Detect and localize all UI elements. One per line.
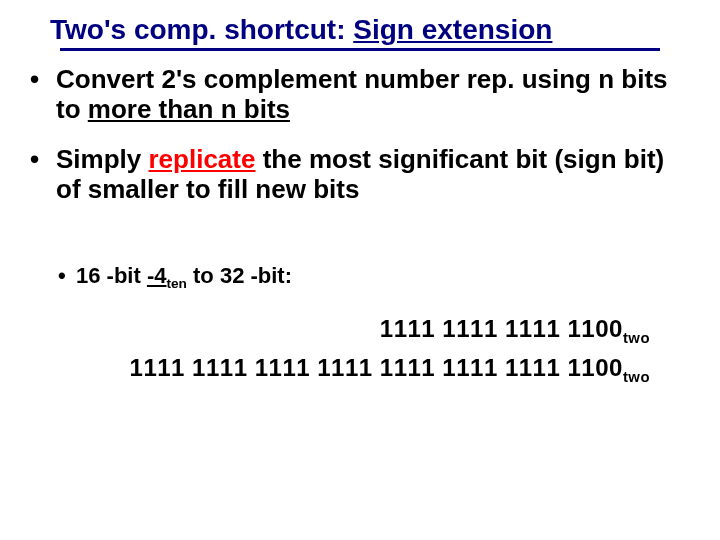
binary-block: 1111 1111 1111 1100two 1111 1111 1111 11… (30, 310, 690, 390)
bullet-text: Convert 2's complement number rep. using… (56, 65, 690, 125)
example-value-num: -4 (147, 263, 167, 288)
title-prefix: Two's comp. shortcut: (50, 14, 353, 45)
bullet-dot: • (30, 145, 56, 205)
binary-subscript: two (623, 369, 650, 385)
bullet-item: • Simply replicate the most significant … (30, 145, 690, 205)
slide-body: • Convert 2's complement number rep. usi… (0, 51, 720, 389)
bullet-underlined-red: replicate (148, 144, 255, 174)
example-section: • 16 -bit -4ten to 32 -bit: (58, 263, 690, 292)
example-label: 16 -bit -4ten to 32 -bit: (76, 263, 292, 292)
example-value: -4ten (147, 263, 187, 288)
bullet-pre: Simply (56, 144, 148, 174)
bullet-underlined: more than n bits (88, 94, 290, 124)
bullet-dot: • (58, 263, 76, 292)
binary-32bit-value: 1111 1111 1111 1111 1111 1111 1111 1100 (130, 354, 623, 381)
example-value-sub: ten (166, 276, 186, 291)
binary-32bit: 1111 1111 1111 1111 1111 1111 1111 1100t… (30, 349, 650, 389)
binary-16bit: 1111 1111 1111 1100two (30, 310, 650, 350)
example-bullet: • 16 -bit -4ten to 32 -bit: (58, 263, 690, 292)
example-label-post: to 32 -bit: (187, 263, 292, 288)
bullet-dot: • (30, 65, 56, 125)
bullet-item: • Convert 2's complement number rep. usi… (30, 65, 690, 125)
title-underlined: Sign extension (353, 14, 552, 45)
title-area: Two's comp. shortcut: Sign extension (0, 0, 720, 51)
example-label-pre: 16 -bit (76, 263, 147, 288)
binary-subscript: two (623, 329, 650, 345)
bullet-text: Simply replicate the most significant bi… (56, 145, 690, 205)
binary-16bit-value: 1111 1111 1111 1100 (380, 315, 623, 342)
slide-title: Two's comp. shortcut: Sign extension (50, 14, 552, 45)
